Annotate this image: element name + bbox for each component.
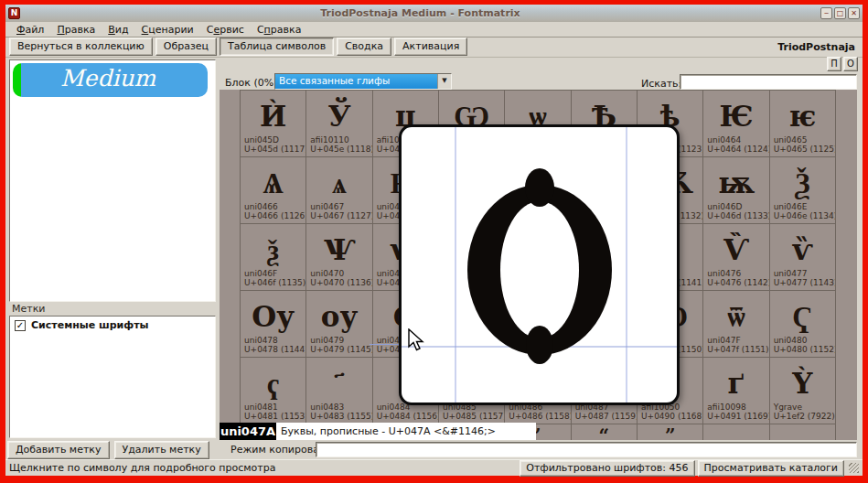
glyph-name: uni045D: [244, 135, 306, 145]
glyph-code: U+046d (1133): [707, 211, 769, 220]
menu-service[interactable]: Сервис: [200, 24, 251, 36]
add-tag-button[interactable]: Добавить метку: [7, 441, 110, 459]
block-select-value: Все связанные глифы: [275, 74, 437, 89]
glyph-preview: Ҁ: [770, 291, 835, 333]
glyph-name: uni047F: [707, 336, 768, 345]
app-icon: N: [8, 7, 20, 19]
glyph-cell[interactable]: Ѝuni045DU+045d (1117): [241, 91, 306, 157]
tag-label: Системные шрифты: [31, 319, 148, 331]
copy-mode-input[interactable]: [316, 442, 857, 457]
glyph-cell[interactable]: ҁuni0481U+0481 (1153): [241, 358, 306, 424]
glyph-cell[interactable]: Ўafii10110U+045e (1118): [306, 91, 372, 157]
glyph-cell[interactable]: ѥuni0465U+0465 (1125): [770, 91, 836, 157]
glyph-preview: ”: [638, 424, 702, 440]
glyph-cell[interactable]: [770, 424, 836, 440]
tag-row[interactable]: ✓ Системные шрифты: [10, 317, 215, 334]
glyph-name: uni0478: [244, 336, 306, 345]
block-select[interactable]: Все связанные глифы ▼: [274, 73, 452, 90]
glyph-preview: Оу: [241, 291, 305, 333]
menu-edit[interactable]: Правка: [50, 24, 102, 36]
tag-checkbox[interactable]: ✓: [15, 320, 26, 331]
glyph-cell[interactable]: “: [572, 424, 638, 440]
glyph-code: U+046f (1135): [244, 278, 305, 287]
title-bar[interactable]: N TriodPostnaja Medium - Fontmatrix ‒ □ …: [5, 5, 863, 22]
glyph-code: U+0480 (1152): [774, 345, 836, 354]
tab-activation[interactable]: Активация: [394, 38, 467, 56]
glyph-cell[interactable]: ѿuni047FU+047f (1151): [703, 291, 769, 358]
status-bar: Щелкните по символу для подробного просм…: [5, 459, 863, 476]
glyph-cell[interactable]: Оуuni0478U+0478 (1144): [241, 291, 306, 358]
chevron-down-icon[interactable]: ▼: [437, 74, 451, 89]
glyph-preview: Ỳ: [770, 358, 835, 400]
glyph-cell[interactable]: ѷuni0477U+0477 (1143): [770, 224, 836, 291]
glyph-cell[interactable]: ѭuni046DU+046d (1133): [703, 157, 769, 224]
browse-folders-button[interactable]: Просматривать каталоги: [698, 460, 844, 477]
glyph-cell[interactable]: ѯuni046FU+046f (1135): [241, 224, 306, 291]
next-block-button[interactable]: О: [843, 57, 858, 71]
glyph-preview: Ѷ: [703, 224, 768, 266]
glyph-detail-popup[interactable]: [399, 124, 680, 405]
glyph-preview: Ў: [306, 91, 371, 133]
current-font-name: TriodPostnaja: [777, 41, 855, 56]
glyph-cell[interactable]: Ѧuni0466U+0466 (1126): [241, 157, 306, 224]
screenshot-root: N TriodPostnaja Medium - Fontmatrix ‒ □ …: [0, 0, 868, 483]
glyph-code: U+0478 (1144): [244, 345, 306, 354]
glyph-preview: ѧ: [306, 157, 371, 199]
glyph-cell[interactable]: ”: [638, 424, 703, 440]
glyph-preview: [770, 424, 835, 440]
tab-char-table[interactable]: Таблица символов: [220, 38, 334, 56]
glyph-preview: ѭ: [703, 157, 768, 199]
glyph-cell[interactable]: Ѯuni046EU+046e (1134): [770, 157, 836, 224]
tag-buttons: Добавить метку Удалить метку: [7, 441, 209, 459]
font-preview-text: Medium: [60, 65, 155, 91]
glyph-preview: Ѱ: [306, 224, 371, 266]
glyph-cell[interactable]: Ҁuni0480U+0480 (1152): [770, 291, 836, 358]
resize-grip-icon[interactable]: [849, 463, 859, 473]
glyph-name: uni0480: [774, 336, 836, 345]
block-label: Блок (0%):: [225, 77, 281, 89]
glyph-name: uni0476: [707, 269, 769, 278]
glyph-cell[interactable]: ҃uni0483U+0483 (1155): [306, 358, 372, 424]
menu-help[interactable]: Справка: [251, 24, 307, 36]
glyph-preview: ѿ: [703, 291, 768, 333]
close-button[interactable]: ✕: [848, 7, 860, 19]
glyph-cell[interactable]: Ѷuni0476U+0476 (1142): [703, 224, 769, 291]
glyph-cell[interactable]: [703, 424, 769, 440]
glyph-name: uni0470: [310, 269, 372, 278]
glyph-cell[interactable]: Ѱuni0470U+0470 (1136): [306, 224, 372, 291]
glyph-code: U+0467 (1127): [310, 211, 372, 220]
tab-summary[interactable]: Сводка: [337, 38, 391, 56]
glyph-cell[interactable]: ґafii10098U+0491 (1169): [703, 358, 769, 424]
glyph-name: afii10110: [310, 135, 372, 145]
menu-view[interactable]: Вид: [102, 24, 134, 36]
menu-scripts[interactable]: Сценарии: [135, 24, 200, 36]
glyph-name: uni0465: [774, 135, 836, 145]
glyph-cell[interactable]: оуuni0479U+0479 (1145): [306, 291, 372, 358]
glyph-code: U+0491 (1169): [707, 412, 769, 421]
glyph-preview: “: [572, 424, 637, 440]
glyph-cell[interactable]: ѧuni0467U+0467 (1127): [306, 157, 372, 224]
menu-bar: Файл Правка Вид Сценарии Сервис Справка: [5, 22, 863, 38]
prev-block-button[interactable]: П: [827, 57, 841, 71]
glyph-preview: Ѥ: [703, 91, 768, 133]
search-input[interactable]: [680, 74, 857, 90]
selected-glyph-id: uni047A: [220, 423, 276, 440]
glyph-code: U+0465 (1125): [774, 145, 836, 154]
maximize-button[interactable]: □: [834, 7, 846, 19]
glyph-name: uni046F: [244, 269, 305, 278]
glyph-cell[interactable]: Ѥuni0464U+0464 (1124): [703, 91, 769, 157]
menu-file[interactable]: Файл: [10, 24, 50, 36]
glyph-code: U+0487 (1159): [575, 412, 638, 421]
font-preview-card[interactable]: Medium: [13, 63, 208, 97]
glyph-code: U+0477 (1143): [774, 278, 836, 287]
minimize-button[interactable]: ‒: [820, 7, 832, 19]
tags-section-label: Метки: [12, 303, 45, 315]
tags-list[interactable]: ✓ Системные шрифты: [9, 316, 216, 438]
tab-back-to-collection[interactable]: Вернуться в коллекцию: [9, 38, 153, 56]
window-title: TriodPostnaja Medium - Fontmatrix: [20, 7, 820, 19]
filtered-fonts-button[interactable]: Отфильтровано шрифтов: 456: [520, 460, 694, 477]
mouse-cursor-icon: [408, 328, 424, 352]
remove-tag-button[interactable]: Удалить метку: [114, 441, 209, 459]
tab-sample[interactable]: Образец: [155, 38, 217, 56]
glyph-cell[interactable]: ỲYgraveU+1ef2 (7922): [770, 358, 836, 424]
